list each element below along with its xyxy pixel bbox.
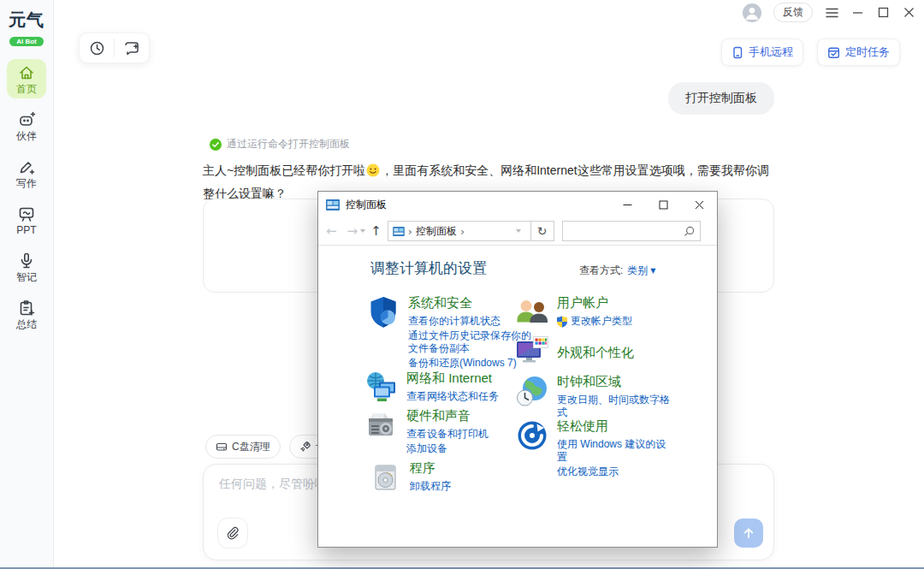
sidebar-item-partner[interactable]: 伙伴 bbox=[7, 106, 46, 145]
sidebar-item-home[interactable]: 首页 bbox=[7, 59, 46, 98]
assistant-text-1: 主人~控制面板已经帮你打开啦 bbox=[203, 163, 365, 177]
recent-pages-chevron-icon[interactable] bbox=[360, 229, 365, 233]
microphone-icon bbox=[17, 252, 36, 270]
breadcrumb-item[interactable]: 控制面板 bbox=[416, 224, 457, 239]
category-link[interactable]: 使用 Windows 建议的设置 bbox=[557, 438, 673, 464]
history-button[interactable] bbox=[80, 33, 114, 62]
scheduled-tasks-label: 定时任务 bbox=[845, 44, 890, 60]
app-logo: 元气 AI Bot bbox=[0, 0, 53, 47]
search-icon[interactable] bbox=[684, 226, 695, 237]
phone-remote-button[interactable]: 手机远程 bbox=[721, 39, 803, 66]
cp-view-by: 查看方式: 类别 ▼ bbox=[579, 264, 656, 278]
robot-icon bbox=[17, 110, 36, 129]
rocket-icon bbox=[299, 441, 311, 453]
category-link-uac[interactable]: 更改帐户类型 bbox=[557, 315, 673, 328]
category-link[interactable]: 更改日期、时间或数字格式 bbox=[557, 394, 673, 419]
sidebar-nav: 首页 伙伴 写作 PPT 智记 bbox=[0, 59, 53, 334]
app-close-button[interactable] bbox=[902, 6, 915, 20]
cp-search-input[interactable] bbox=[568, 225, 684, 237]
menu-list-icon[interactable] bbox=[825, 6, 838, 20]
smile-emoji-icon bbox=[366, 163, 380, 177]
sidebar-item-label: 首页 bbox=[16, 84, 37, 95]
cp-category-clock-region: 时钟和区域 更改日期、时间或数字格式 bbox=[515, 374, 673, 421]
new-chat-button[interactable] bbox=[115, 33, 149, 62]
program-box-cd-icon[interactable] bbox=[368, 460, 402, 495]
calendar-task-icon bbox=[827, 46, 840, 59]
sidebar-item-ppt[interactable]: PPT bbox=[7, 200, 46, 240]
avatar[interactable] bbox=[743, 3, 761, 22]
app-logo-text: 元气 bbox=[0, 9, 53, 32]
dropdown-caret-icon: ▼ bbox=[650, 267, 655, 275]
breadcrumb-chevron-icon: › bbox=[460, 225, 465, 238]
cp-category-network-internet: 网络和 Internet 查看网络状态和任务 bbox=[364, 370, 535, 405]
disk-icon bbox=[216, 441, 228, 453]
category-link[interactable]: 卸载程序 bbox=[410, 480, 538, 493]
send-button[interactable] bbox=[734, 519, 763, 548]
user-message-bubble: 打开控制面板 bbox=[668, 82, 774, 115]
cp-category-ease-of-access: 轻松使用 使用 Windows 建议的设置 优化视觉显示 bbox=[515, 418, 673, 480]
cp-titlebar[interactable]: 控制面板 bbox=[318, 192, 717, 217]
refresh-button[interactable]: ↻ bbox=[531, 221, 554, 241]
forward-icon[interactable]: → bbox=[347, 225, 358, 238]
appearance-monitor-icon[interactable] bbox=[515, 334, 549, 368]
control-panel-icon bbox=[326, 199, 340, 210]
sidebar-item-notes[interactable]: 智记 bbox=[7, 247, 46, 287]
app-logo-badge: AI Bot bbox=[9, 37, 44, 46]
clipboard-icon bbox=[17, 299, 36, 317]
sidebar-item-label: 总结 bbox=[16, 319, 37, 330]
home-icon bbox=[17, 63, 36, 82]
cp-maximize-button[interactable] bbox=[645, 192, 681, 217]
shield-security-icon[interactable] bbox=[366, 295, 400, 329]
category-title[interactable]: 时钟和区域 bbox=[557, 374, 673, 390]
app-minimize-button[interactable] bbox=[850, 6, 864, 20]
phone-remote-label: 手机远程 bbox=[749, 44, 793, 60]
address-dropdown-chevron-icon[interactable] bbox=[516, 229, 521, 233]
category-link-label: 更改帐户类型 bbox=[571, 315, 632, 328]
check-circle-icon bbox=[210, 139, 222, 151]
uac-shield-icon bbox=[557, 316, 567, 328]
sidebar-item-label: PPT bbox=[16, 225, 36, 236]
chip-label: C盘清理 bbox=[232, 440, 270, 454]
chip-disk-cleanup[interactable]: C盘清理 bbox=[205, 435, 281, 459]
phone-icon bbox=[732, 46, 743, 59]
sidebar-item-label: 写作 bbox=[16, 178, 37, 189]
presentation-icon bbox=[17, 204, 36, 223]
feedback-button[interactable]: 反馈 bbox=[773, 3, 813, 22]
category-title[interactable]: 外观和个性化 bbox=[557, 345, 673, 361]
control-panel-icon-small bbox=[393, 227, 405, 236]
cp-category-hardware-sound: 硬件和声音 查看设备和打印机 添加设备 bbox=[364, 408, 535, 457]
clock-globe-icon[interactable] bbox=[515, 374, 549, 408]
app-titlebar-controls: 反馈 bbox=[743, 3, 915, 22]
cp-category-user-accounts: 用户帐户 更改帐户类型 bbox=[515, 295, 673, 329]
app-maximize-button[interactable] bbox=[876, 6, 890, 20]
view-by-label: 查看方式: bbox=[579, 264, 623, 278]
cp-search-box bbox=[562, 221, 701, 241]
view-by-dropdown[interactable]: 类别 ▼ bbox=[627, 264, 655, 278]
status-text: 通过运行命令打开控制面板 bbox=[227, 137, 350, 151]
pencil-icon bbox=[17, 157, 36, 176]
category-title[interactable]: 用户帐户 bbox=[557, 295, 673, 311]
sidebar: 元气 AI Bot 首页 伙伴 写作 PPT bbox=[0, 0, 54, 567]
quick-actions: 手机远程 定时任务 bbox=[721, 39, 900, 66]
ease-of-access-icon[interactable] bbox=[515, 418, 549, 453]
printer-hardware-icon[interactable] bbox=[364, 408, 399, 442]
user-accounts-icon[interactable] bbox=[515, 295, 549, 329]
up-icon[interactable]: ↑ bbox=[370, 225, 382, 238]
cp-navigation-bar: ← → ↑ › 控制面板 › ↻ bbox=[318, 217, 717, 245]
scheduled-tasks-button[interactable]: 定时任务 bbox=[817, 39, 900, 66]
cp-address-bar[interactable]: › 控制面板 › bbox=[388, 221, 531, 241]
cp-content: 调整计算机的设置 查看方式: 类别 ▼ 系统和安全 查看你的计算机状态 通过文件… bbox=[318, 245, 717, 546]
sidebar-item-summary[interactable]: 总结 bbox=[7, 294, 46, 334]
attach-button[interactable] bbox=[217, 518, 248, 548]
control-panel-window: 控制面板 ← → ↑ › 控制面板 › ↻ bbox=[317, 191, 718, 548]
category-link[interactable]: 优化视觉显示 bbox=[557, 465, 673, 478]
cp-close-button[interactable] bbox=[681, 192, 717, 217]
category-title[interactable]: 轻松使用 bbox=[557, 418, 673, 435]
back-icon[interactable]: ← bbox=[326, 225, 337, 238]
breadcrumb-chevron-icon: › bbox=[408, 225, 412, 238]
network-globe-icon[interactable] bbox=[364, 370, 399, 405]
cp-category-system-security: 系统和安全 查看你的计算机状态 通过文件历史记录保存你的文件备份副本 备份和还原… bbox=[366, 295, 536, 371]
sidebar-item-writing[interactable]: 写作 bbox=[7, 153, 46, 193]
cp-minimize-button[interactable] bbox=[609, 192, 645, 217]
cp-heading: 调整计算机的设置 bbox=[370, 258, 487, 278]
